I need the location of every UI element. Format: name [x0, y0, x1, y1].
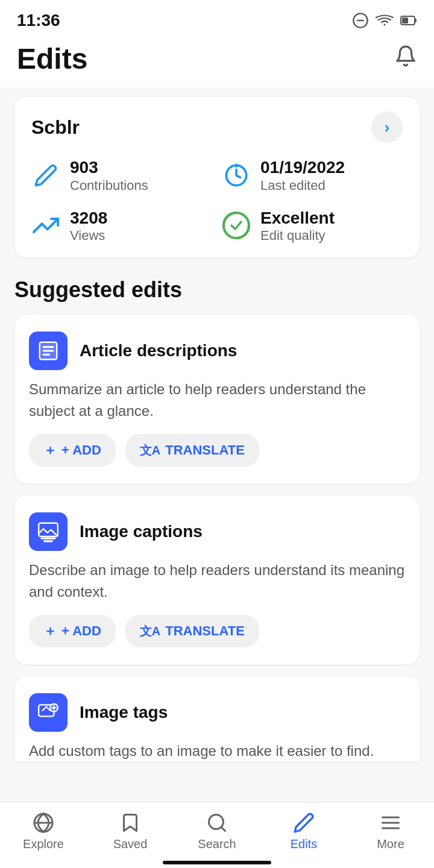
more-icon [380, 812, 401, 834]
stats-card: Scblr › 903 Contributions [14, 97, 420, 258]
image-captions-actions: ＋ + ADD 文A TRANSLATE [29, 615, 405, 647]
status-bar: 11:36 [0, 0, 434, 36]
nav-item-search[interactable]: Search [187, 812, 247, 851]
article-descriptions-desc: Summarize an article to help readers und… [29, 379, 405, 422]
image-tags-desc: Add custom tags to an image to make it e… [29, 740, 405, 762]
edits-icon [293, 812, 315, 834]
last-edited-label: Last edited [260, 178, 345, 193]
views-stat: 3208 Views [31, 208, 212, 244]
add-icon: ＋ [43, 441, 57, 459]
search-nav-label: Search [198, 837, 236, 851]
last-edited-value: 01/19/2022 [260, 157, 345, 178]
home-indicator [163, 861, 271, 864]
svg-rect-3 [415, 19, 417, 22]
add-label: + ADD [61, 442, 101, 458]
svg-rect-4 [402, 17, 408, 24]
article-descriptions-title: Article descriptions [80, 341, 237, 360]
views-label: Views [70, 228, 107, 244]
stats-card-chevron[interactable]: › [371, 112, 403, 143]
edits-nav-label: Edits [291, 837, 317, 851]
header: Edits [0, 36, 434, 87]
nav-item-more[interactable]: More [360, 812, 421, 851]
status-icons [352, 12, 417, 29]
image-tags-icon [29, 693, 68, 732]
do-not-disturb-icon [352, 12, 369, 29]
saved-icon [119, 812, 141, 834]
bottom-navigation: Explore Saved Search Edits More [0, 802, 434, 868]
translate-icon: 文A [140, 623, 160, 640]
edit-quality-label: Edit quality [260, 228, 335, 244]
stats-card-header: Scblr › [31, 112, 403, 143]
contributions-value: 903 [70, 157, 148, 178]
last-edited-stat: 01/19/2022 Last edited [222, 157, 403, 193]
suggested-edits-title: Suggested edits [14, 277, 420, 303]
image-captions-card: Image captions Describe an image to help… [14, 495, 420, 664]
nav-item-saved[interactable]: Saved [100, 812, 160, 851]
trending-up-icon [31, 211, 60, 240]
article-descriptions-actions: ＋ + ADD 文A TRANSLATE [29, 434, 405, 467]
views-value: 3208 [70, 208, 107, 228]
image-captions-header: Image captions [29, 512, 405, 551]
platform-name: Scblr [31, 116, 80, 139]
svg-line-23 [221, 827, 225, 831]
translate-icon: 文A [140, 442, 160, 459]
image-captions-title: Image captions [80, 522, 203, 541]
article-descriptions-header: Article descriptions [29, 332, 405, 370]
page-title: Edits [17, 42, 87, 75]
stats-grid: 903 Contributions 01/19/2022 Last edited [31, 157, 403, 244]
search-icon [206, 812, 228, 834]
add-icon: ＋ [43, 622, 57, 640]
clock-icon [222, 161, 251, 190]
image-tags-card: Image tags Add custom tags to an image t… [14, 676, 420, 762]
saved-nav-label: Saved [113, 837, 148, 851]
battery-icon [400, 14, 417, 27]
nav-item-edits[interactable]: Edits [274, 812, 334, 851]
contributions-label: Contributions [70, 178, 148, 193]
nav-item-explore[interactable]: Explore [13, 812, 74, 851]
explore-icon [33, 812, 54, 834]
status-time: 11:36 [17, 11, 60, 30]
chevron-right-icon: › [385, 118, 390, 137]
notification-bell-icon[interactable] [394, 45, 417, 73]
article-descriptions-translate-button[interactable]: 文A TRANSLATE [125, 434, 259, 467]
article-descriptions-card: Article descriptions Summarize an articl… [14, 315, 420, 483]
contributions-stat: 903 Contributions [31, 157, 212, 193]
article-descriptions-add-button[interactable]: ＋ + ADD [29, 434, 116, 467]
main-content: Scblr › 903 Contributions [0, 87, 434, 772]
image-tags-title: Image tags [80, 703, 168, 722]
translate-label: TRANSLATE [165, 442, 245, 458]
image-captions-desc: Describe an image to help readers unders… [29, 559, 405, 603]
edit-quality-stat: Excellent Edit quality [222, 208, 403, 244]
article-descriptions-icon [29, 332, 68, 370]
edit-quality-value: Excellent [260, 208, 335, 228]
translate-label: TRANSLATE [165, 623, 245, 639]
more-nav-label: More [377, 837, 404, 851]
image-captions-add-button[interactable]: ＋ + ADD [29, 615, 116, 647]
image-tags-header: Image tags [29, 693, 405, 732]
wifi-icon [375, 14, 394, 27]
image-captions-translate-button[interactable]: 文A TRANSLATE [125, 615, 259, 647]
image-captions-icon [29, 512, 68, 551]
explore-nav-label: Explore [23, 837, 64, 851]
add-label: + ADD [61, 623, 101, 639]
quality-checkmark-icon [222, 211, 251, 240]
pencil-icon [31, 161, 60, 190]
